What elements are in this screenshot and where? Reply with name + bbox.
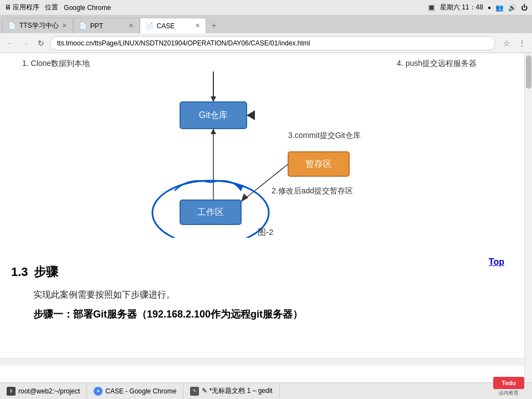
tab-tts-close[interactable]: ✕	[62, 22, 67, 29]
working-box-label: 工作区	[197, 207, 224, 217]
tab-ppt-icon: 📄	[79, 22, 87, 29]
fig-label: 图-2	[258, 227, 273, 237]
scrollbar-right[interactable]	[524, 53, 532, 382]
step-heading: 步骤一：部署Git服务器（192.168.2.100作为远程git服务器）	[33, 308, 515, 321]
chrome-icon: ●	[94, 387, 103, 396]
svg-marker-10	[236, 185, 244, 191]
titlebar: 🖥 应用程序 位置 Google Chrome 🔳 星期六 11：48 ● 👥 …	[0, 0, 532, 16]
statusbar: $ root@web2:~/project ● CASE - Google Ch…	[0, 382, 532, 399]
tab-case-close[interactable]: ✕	[195, 22, 200, 29]
top-link[interactable]: Top	[489, 257, 504, 267]
tedu-logo-box: Tedu	[493, 377, 524, 389]
reload-button[interactable]: ↻	[34, 37, 48, 50]
statusbar-chrome[interactable]: ● CASE - Google Chrome	[87, 383, 183, 399]
tab-ppt[interactable]: 📄 PPT ✕	[73, 18, 140, 33]
volume-icon: 🔊	[508, 4, 516, 12]
svg-marker-1	[211, 96, 216, 102]
body-text: 实现此案例需要按照如下步骤进行。	[33, 289, 515, 301]
titlebar-left: 🖥 应用程序 位置 Google Chrome	[4, 3, 111, 12]
terminal-icon: $	[7, 387, 16, 396]
staging-box-label: 暂存区	[305, 159, 332, 168]
svg-marker-3	[247, 110, 255, 120]
commit-label: 3.commit提交Git仓库	[288, 131, 361, 140]
forward-button[interactable]: →	[19, 37, 32, 50]
tab-tts[interactable]: 📄 TTS学习中心 ✕	[2, 18, 73, 33]
browser-viewport: 1. Clone数据到本地 4. push提交远程服务器 Git仓库 3.com…	[0, 53, 532, 382]
app-menu-chrome[interactable]: Google Chrome	[64, 4, 111, 12]
add-label: 2.修改后add提交暂存区	[272, 186, 353, 195]
page-content: 1. Clone数据到本地 4. push提交远程服务器 Git仓库 3.com…	[0, 53, 532, 326]
diagram-area: 1. Clone数据到本地 4. push提交远程服务器 Git仓库 3.com…	[11, 59, 488, 247]
tab-case[interactable]: 📄 CASE ✕	[140, 18, 206, 33]
gedit-icon: ✎	[190, 387, 199, 396]
back-button[interactable]: ←	[3, 37, 17, 50]
statusbar-terminal[interactable]: $ root@web2:~/project	[0, 383, 87, 399]
new-tab-button[interactable]: ＋	[206, 18, 222, 33]
gedit-label: ✎ *无标题文档 1 – gedit	[202, 386, 272, 396]
svg-marker-6	[241, 193, 248, 202]
chrome-label: CASE - Google Chrome	[105, 387, 176, 395]
diagram-svg: Git仓库 3.commit提交Git仓库 暂存区 2.修改后add提交暂存区	[11, 71, 488, 238]
section-heading: 1.3 步骤	[11, 264, 58, 280]
svg-marker-8	[211, 129, 216, 134]
scrollbar-thumb[interactable]	[526, 55, 531, 89]
network-status-icon: 👥	[495, 4, 504, 12]
tab-ppt-close[interactable]: ✕	[129, 22, 134, 29]
apps-icon: 🖥	[4, 3, 11, 11]
statusbar-gedit[interactable]: ✎ ✎ *无标题文档 1 – gedit	[183, 383, 279, 399]
datetime-label: 星期六 11：48	[440, 3, 483, 12]
svg-line-5	[241, 164, 288, 202]
tedu-logo: Tedu 达内教育	[493, 377, 524, 397]
diagram-label-clone: 1. Clone数据到本地	[22, 59, 90, 69]
tab-tts-label: TTS学习中心	[19, 21, 59, 30]
diagram-label-push: 4. push提交远程服务器	[397, 59, 477, 69]
address-input[interactable]	[50, 36, 495, 50]
tedu-subtext: 达内教育	[499, 390, 519, 397]
titlebar-right: 🔳 星期六 11：48 ● 👥 🔊 ⏻	[427, 3, 528, 12]
bookmark-button[interactable]: ☆	[500, 37, 513, 50]
tab-ppt-label: PPT	[90, 22, 103, 30]
app-menu-position[interactable]: 位置	[45, 3, 58, 12]
tab-case-label: CASE	[157, 22, 175, 30]
power-icon: ⏻	[521, 4, 528, 12]
git-box-label: Git仓库	[199, 110, 228, 120]
tabbar: 📄 TTS学习中心 ✕ 📄 PPT ✕ 📄 CASE ✕ ＋	[0, 16, 532, 33]
scrollbar-bottom[interactable]	[0, 358, 524, 366]
tab-case-icon: 📄	[146, 22, 154, 29]
battery-dot: ●	[488, 4, 491, 11]
menu-button[interactable]: ⋮	[515, 37, 529, 50]
addressbar: ← → ↻ ☆ ⋮	[0, 33, 532, 53]
app-menu-apps[interactable]: 🖥 应用程序	[4, 3, 39, 12]
network-icon: 🔳	[427, 4, 436, 12]
address-right-icons: ☆ ⋮	[500, 37, 529, 50]
tab-tts-icon: 📄	[8, 22, 16, 29]
terminal-label: root@web2:~/project	[18, 387, 80, 395]
